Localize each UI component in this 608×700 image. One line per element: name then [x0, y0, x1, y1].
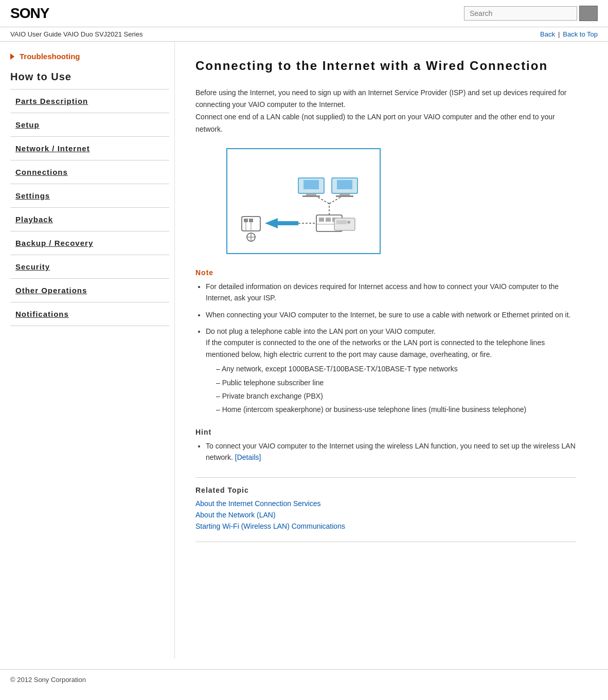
note-title: Note [195, 268, 576, 277]
hint-section: Hint To connect your VAIO computer to th… [195, 428, 576, 463]
sidebar: Troubleshooting How to Use Parts Descrip… [0, 42, 175, 659]
sidebar-item-other-operations[interactable]: Other Operations [10, 279, 169, 302]
bottom-divider [195, 542, 576, 542]
note-sub-list: Any network, except 1000BASE-T/100BASE-T… [206, 363, 576, 416]
troubleshooting-link[interactable]: Troubleshooting [10, 52, 169, 61]
hint-text: To connect your VAIO computer to the Int… [206, 442, 576, 461]
sidebar-item-backup-recovery[interactable]: Backup / Recovery [10, 231, 169, 255]
back-to-top-link[interactable]: Back to Top [563, 30, 598, 38]
related-link-2[interactable]: About the Network (LAN) [195, 511, 576, 519]
note-section: Note For detailed information on devices… [195, 268, 576, 416]
note-sub-item-4: Home (intercom speakerphone) or business… [216, 404, 576, 415]
diagram-container [226, 148, 381, 254]
note-sub-item-2: Public telephone subscriber line [216, 377, 576, 388]
copyright: © 2012 Sony Corporation [10, 676, 86, 684]
chevron-right-icon [10, 53, 14, 60]
note-sub-item-1: Any network, except 1000BASE-T/100BASE-T… [216, 363, 576, 374]
how-to-use-title: How to Use [10, 71, 169, 83]
search-input[interactable] [464, 6, 577, 21]
hint-item-1: To connect your VAIO computer to the Int… [206, 440, 576, 463]
svg-rect-27 [336, 220, 347, 224]
nav-separator: | [558, 30, 560, 38]
sidebar-item-notifications[interactable]: Notifications [10, 302, 169, 326]
svg-rect-12 [326, 218, 331, 222]
sony-logo: SONY [10, 5, 49, 22]
svg-rect-1 [244, 219, 248, 222]
svg-point-28 [347, 221, 350, 224]
hint-details-link[interactable]: [Details] [235, 453, 261, 461]
breadcrumb: VAIO User Guide VAIO Duo SVJ2021 Series [10, 30, 142, 38]
note-item-1: For detailed information on devices requ… [206, 281, 576, 304]
sidebar-item-setup[interactable]: Setup [10, 113, 169, 136]
svg-marker-8 [265, 218, 298, 228]
sidebar-item-connections[interactable]: Connections [10, 160, 169, 184]
page-title: Connecting to the Internet with a Wired … [195, 57, 576, 75]
troubleshooting-label: Troubleshooting [20, 52, 80, 61]
related-link-3[interactable]: Starting Wi-Fi (Wireless LAN) Communicat… [195, 522, 576, 530]
svg-rect-25 [336, 195, 353, 197]
nav-bar: VAIO User Guide VAIO Duo SVJ2021 Series … [0, 27, 608, 42]
back-link[interactable]: Back [540, 30, 555, 38]
note-item-2: When connecting your VAIO computer to th… [206, 309, 576, 320]
sidebar-divider-10 [10, 326, 169, 326]
footer: © 2012 Sony Corporation [0, 669, 608, 690]
content-area: Connecting to the Internet with a Wired … [175, 42, 597, 659]
sidebar-item-playback[interactable]: Playback [10, 208, 169, 231]
hint-title: Hint [195, 428, 576, 436]
hint-list: To connect your VAIO computer to the Int… [195, 440, 576, 463]
intro-text: Before using the Internet, you need to s… [195, 87, 576, 136]
nav-links: Back | Back to Top [540, 30, 598, 38]
svg-rect-19 [303, 180, 319, 189]
network-diagram [237, 157, 370, 245]
note-item-3: Do not plug a telephone cable into the L… [206, 326, 576, 416]
sidebar-item-parts-description[interactable]: Parts Description [10, 89, 169, 113]
svg-rect-11 [319, 218, 324, 222]
sidebar-item-settings[interactable]: Settings [10, 184, 169, 207]
related-link-1[interactable]: About the Internet Connection Services [195, 499, 576, 508]
svg-rect-2 [249, 219, 253, 222]
related-title: Related Topic [195, 486, 576, 494]
svg-rect-23 [337, 180, 352, 189]
search-button[interactable] [579, 6, 598, 21]
note-sub-item-3: Private branch exchange (PBX) [216, 390, 576, 402]
sidebar-item-network-internet[interactable]: Network / Internet [10, 137, 169, 160]
svg-rect-21 [302, 195, 320, 197]
related-section: Related Topic About the Internet Connect… [195, 477, 576, 530]
sidebar-item-security[interactable]: Security [10, 255, 169, 278]
search-area [464, 6, 598, 21]
header: SONY [0, 0, 608, 27]
main-layout: Troubleshooting How to Use Parts Descrip… [0, 42, 608, 659]
note-list: For detailed information on devices requ… [195, 281, 576, 416]
